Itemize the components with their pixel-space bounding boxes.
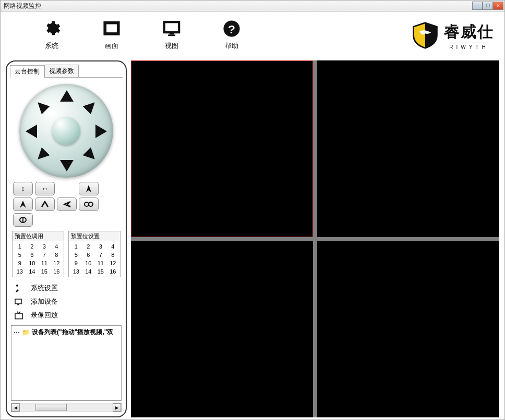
preset-set-box: 预置位设置 1 2 3 4 5 6 7 8 9 10 11 12 13 14 1…: [68, 231, 121, 277]
preset-cell[interactable]: 15: [94, 267, 107, 276]
preset-cell[interactable]: 7: [94, 251, 107, 259]
video-cell-2[interactable]: [317, 60, 499, 237]
ptz-upright-icon[interactable]: [82, 98, 99, 114]
preset-cell[interactable]: 16: [107, 267, 119, 276]
preset-cell[interactable]: 2: [82, 242, 95, 251]
menu-items: 系统设置 添加设备 录像回放: [10, 277, 123, 324]
menu-playback[interactable]: 录像回放: [13, 308, 119, 322]
preset-cell[interactable]: 12: [107, 259, 119, 267]
tv-icon: [14, 311, 23, 320]
preset-cell[interactable]: 8: [107, 251, 119, 259]
rectangle-icon: [102, 19, 121, 38]
ptz-downright-icon[interactable]: [82, 147, 99, 163]
preset-recall-grid: 1 2 3 4 5 6 7 8 9 10 11 12 13 14 15 16: [13, 241, 64, 277]
preset-cell[interactable]: 3: [94, 242, 107, 251]
logo-text-en: RIWYTH: [449, 43, 488, 50]
logo: 睿威仕 RIWYTH: [411, 21, 494, 50]
preset-cell[interactable]: 6: [82, 251, 95, 259]
preset-cell[interactable]: 16: [51, 267, 63, 276]
preset-cell[interactable]: 1: [70, 242, 82, 251]
ptz-downleft-icon[interactable]: [33, 147, 50, 163]
scroll-right-button[interactable]: ▶: [113, 403, 121, 412]
ptz-left-icon[interactable]: [26, 125, 37, 138]
preset-cell[interactable]: 8: [51, 251, 63, 259]
video-grid: [131, 60, 499, 417]
scroll-thumb[interactable]: [35, 404, 67, 411]
preset-cell[interactable]: 15: [38, 267, 51, 276]
zoom-out-button[interactable]: [13, 197, 33, 211]
svg-rect-0: [105, 23, 118, 34]
preset-cell[interactable]: 9: [70, 259, 82, 267]
monitor-icon: [162, 19, 181, 38]
preset-cell[interactable]: 5: [14, 251, 26, 259]
svg-rect-2: [169, 33, 174, 35]
logo-text-cn: 睿威仕: [444, 21, 494, 43]
main: 云台控制 视频参数 ↕ ↔: [0, 58, 505, 420]
preset-cell[interactable]: 7: [38, 251, 51, 259]
preset-cell[interactable]: 14: [26, 267, 39, 276]
preset-cell[interactable]: 2: [26, 242, 39, 251]
close-button[interactable]: ✕: [493, 2, 503, 10]
ptz-center-button[interactable]: [52, 117, 80, 145]
video-cell-3[interactable]: [131, 241, 313, 418]
toolbar-help[interactable]: ? 帮助: [201, 19, 261, 51]
preset-cell[interactable]: 11: [94, 259, 107, 267]
toolbar-screen[interactable]: 画面: [81, 19, 141, 51]
toolbar-label: 视图: [165, 41, 178, 51]
focus-near-button[interactable]: [79, 197, 99, 211]
preset-cell[interactable]: 4: [51, 242, 63, 251]
tree-expand-icon[interactable]: ⋯: [14, 329, 20, 336]
tab-ptz[interactable]: 云台控制: [10, 65, 44, 78]
ptz-vertical-button[interactable]: ↕: [13, 182, 33, 195]
preset-cell[interactable]: 1: [14, 242, 26, 251]
preset-cell[interactable]: 9: [14, 259, 26, 267]
toolbar-label: 画面: [105, 41, 118, 51]
add-device-icon: [14, 297, 23, 306]
scroll-track[interactable]: [20, 403, 113, 412]
preset-cell[interactable]: 13: [70, 267, 82, 276]
svg-rect-3: [167, 34, 175, 36]
focus-far-button[interactable]: [13, 213, 33, 227]
preset-cell[interactable]: 13: [14, 267, 26, 276]
maximize-button[interactable]: ☐: [483, 2, 493, 10]
toolbar-view[interactable]: 视图: [141, 19, 201, 51]
menu-add-device[interactable]: 添加设备: [13, 295, 119, 308]
ptz-right-icon[interactable]: [95, 125, 107, 138]
aperture-open-button[interactable]: [35, 197, 55, 211]
toolbar-system[interactable]: 系统: [21, 19, 81, 51]
titlebar: 网络视频监控 ─ ☐ ✕: [0, 0, 505, 11]
preset-cell[interactable]: 10: [82, 259, 95, 267]
video-cell-1[interactable]: [131, 60, 313, 237]
toolbar: 系统 画面 视图 ? 帮助 睿威仕 RIWYTH: [0, 11, 505, 58]
tab-video-params[interactable]: 视频参数: [44, 65, 79, 77]
window-title: 网络视频监控: [4, 2, 41, 10]
preset-cell[interactable]: 5: [70, 251, 82, 259]
ptz-up-icon[interactable]: [60, 90, 74, 102]
preset-recall-box: 预置位调用 1 2 3 4 5 6 7 8 9 10 11 12 13 14 1…: [12, 231, 64, 277]
preset-cell[interactable]: 11: [38, 259, 51, 267]
zoom-in-button[interactable]: [79, 182, 99, 195]
sidebar: 云台控制 视频参数 ↕ ↔: [6, 60, 127, 417]
preset-cell[interactable]: 10: [26, 259, 39, 267]
svg-rect-13: [15, 314, 22, 319]
minimize-button[interactable]: ─: [472, 2, 483, 10]
tree-root-row[interactable]: ⋯ 📁 设备列表("拖动"播放视频,"双: [14, 328, 119, 337]
preset-row: 预置位调用 1 2 3 4 5 6 7 8 9 10 11 12 13 14 1…: [10, 231, 123, 277]
ptz-down-icon[interactable]: [60, 160, 74, 171]
horizontal-scrollbar[interactable]: ◀ ▶: [11, 403, 122, 412]
device-tree[interactable]: ⋯ 📁 设备列表("拖动"播放视频,"双: [11, 325, 122, 401]
video-cell-4[interactable]: [317, 241, 499, 418]
scroll-left-button[interactable]: ◀: [11, 403, 20, 412]
ptz-upleft-icon[interactable]: [33, 98, 50, 114]
preset-cell[interactable]: 14: [82, 267, 95, 276]
preset-cell[interactable]: 4: [107, 242, 119, 251]
ptz-horizontal-button[interactable]: ↔: [35, 182, 55, 195]
menu-system-settings[interactable]: 系统设置: [13, 281, 119, 295]
tools-icon: [14, 283, 23, 293]
preset-cell[interactable]: 3: [38, 242, 51, 251]
preset-cell[interactable]: 6: [26, 251, 39, 259]
ptz-circle: [19, 84, 113, 178]
menu-label: 添加设备: [31, 297, 58, 306]
aperture-close-button[interactable]: [57, 197, 77, 211]
preset-cell[interactable]: 12: [51, 259, 63, 267]
